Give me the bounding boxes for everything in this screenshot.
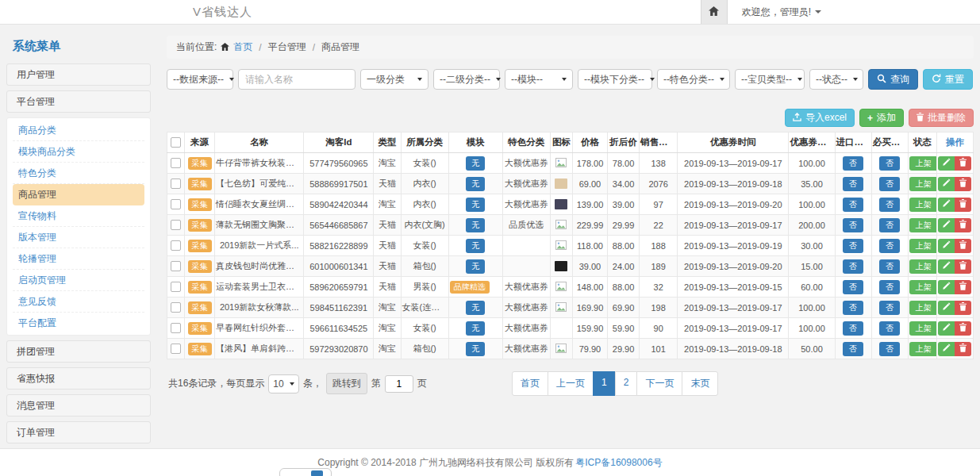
delete-button[interactable] <box>955 342 971 356</box>
sidebar-subitem-active[interactable]: 商品管理 <box>13 184 144 205</box>
must-buy-button[interactable]: 否 <box>879 259 900 274</box>
category-level1-filter-select[interactable]: 一级分类 <box>360 69 429 90</box>
row-checkbox[interactable] <box>171 220 181 230</box>
sidebar-group-item[interactable]: 省惠快报 <box>6 367 151 390</box>
must-buy-button[interactable]: 否 <box>879 177 900 191</box>
item-type-filter-select[interactable]: --宝贝类型-- <box>735 69 805 90</box>
pager-button-active[interactable]: 1 <box>593 371 616 396</box>
feature-category-filter-select[interactable]: --特色分类-- <box>657 69 730 90</box>
row-checkbox[interactable] <box>171 261 181 271</box>
import-optimal-button[interactable]: 否 <box>843 177 863 191</box>
per-page-select[interactable]: 10 <box>268 374 298 393</box>
row-checkbox[interactable] <box>171 282 181 292</box>
must-buy-button[interactable]: 否 <box>879 239 900 253</box>
icp-link[interactable]: 粤ICP备16098006号 <box>575 456 662 470</box>
import-optimal-button[interactable]: 否 <box>843 301 863 315</box>
status-button[interactable]: 上架 <box>909 156 937 171</box>
import-optimal-button[interactable]: 否 <box>843 239 863 253</box>
data-source-filter-select[interactable]: --数据来源-- <box>167 69 233 90</box>
edit-button[interactable] <box>938 177 955 191</box>
must-buy-button[interactable]: 否 <box>879 218 900 232</box>
edit-button[interactable] <box>938 301 955 315</box>
name-input[interactable] <box>238 69 355 90</box>
delete-button[interactable] <box>955 218 971 232</box>
sidebar-group-item[interactable]: 平台管理 <box>6 90 151 113</box>
edit-button[interactable] <box>938 218 955 232</box>
import-optimal-button[interactable]: 否 <box>843 218 863 232</box>
status-button[interactable]: 上架 <box>909 342 937 356</box>
sidebar-subitem[interactable]: 启动页管理 <box>13 270 144 291</box>
row-checkbox[interactable] <box>171 240 181 251</box>
sidebar-subitem[interactable]: 宣传物料 <box>13 205 144 227</box>
delete-button[interactable] <box>955 177 971 191</box>
status-button[interactable]: 上架 <box>909 177 937 191</box>
sidebar-subitem[interactable]: 轮播管理 <box>13 248 144 270</box>
delete-button[interactable] <box>955 198 971 212</box>
sidebar-subitem[interactable]: 意见反馈 <box>13 291 144 313</box>
pager-button[interactable]: 末页 <box>682 371 718 396</box>
must-buy-button[interactable]: 否 <box>879 342 900 356</box>
must-buy-button[interactable]: 否 <box>879 198 900 212</box>
sidebar-group-item[interactable]: 消息管理 <box>6 394 151 416</box>
pager-button[interactable]: 2 <box>615 371 638 396</box>
pager-button[interactable]: 首页 <box>512 371 548 396</box>
import-optimal-button[interactable]: 否 <box>843 342 863 356</box>
must-buy-button[interactable]: 否 <box>879 321 900 336</box>
pager-button[interactable]: 下一页 <box>636 371 682 396</box>
row-checkbox[interactable] <box>171 302 181 313</box>
row-checkbox[interactable] <box>171 158 181 168</box>
status-button[interactable]: 上架 <box>909 301 937 315</box>
add-button[interactable]: + 添加 <box>859 109 904 127</box>
edit-button[interactable] <box>938 198 955 212</box>
edit-button[interactable] <box>938 342 955 356</box>
sidebar-subitem[interactable]: 版本管理 <box>13 227 144 248</box>
edit-button[interactable] <box>938 280 955 294</box>
import-optimal-button[interactable]: 否 <box>843 259 863 274</box>
row-checkbox[interactable] <box>171 199 181 209</box>
import-optimal-button[interactable]: 否 <box>843 198 863 212</box>
delete-button[interactable] <box>955 259 971 274</box>
user-menu[interactable]: 欢迎您，管理员! <box>728 6 980 19</box>
sidebar-group-item[interactable]: 订单管理 <box>6 421 151 443</box>
category-level2-filter-select[interactable]: --二级分类-- <box>433 69 500 90</box>
edit-button[interactable] <box>938 259 955 274</box>
home-button[interactable] <box>701 0 728 24</box>
import-excel-button[interactable]: 导入excel <box>785 109 855 127</box>
sidebar-group-item[interactable]: 拼团管理 <box>6 340 151 363</box>
module-subcategory-filter-select[interactable]: --模块下分类-- <box>578 69 652 90</box>
batch-delete-button[interactable]: 批量删除 <box>909 109 974 127</box>
import-optimal-button[interactable]: 否 <box>843 156 863 171</box>
must-buy-button[interactable]: 否 <box>879 280 900 294</box>
module-filter-select[interactable]: --模块-- <box>505 69 573 90</box>
status-button[interactable]: 上架 <box>909 321 937 336</box>
must-buy-button[interactable]: 否 <box>879 301 900 315</box>
status-button[interactable]: 上架 <box>909 239 937 253</box>
sidebar-subitem[interactable]: 商品分类 <box>13 120 144 141</box>
reset-button[interactable]: 重置 <box>923 69 973 90</box>
import-optimal-button[interactable]: 否 <box>843 321 863 336</box>
edit-button[interactable] <box>938 321 955 336</box>
delete-button[interactable] <box>955 239 971 253</box>
select-all-checkbox[interactable] <box>171 137 181 148</box>
search-button[interactable]: 查询 <box>868 69 918 90</box>
delete-button[interactable] <box>955 321 971 336</box>
status-filter-select[interactable]: --状态-- <box>809 69 863 90</box>
sidebar-group-item[interactable]: 用户管理 <box>6 63 151 86</box>
delete-button[interactable] <box>955 280 971 294</box>
import-optimal-button[interactable]: 否 <box>843 280 863 294</box>
sidebar-subitem[interactable]: 模块商品分类 <box>13 141 144 163</box>
must-buy-button[interactable]: 否 <box>879 156 900 171</box>
row-checkbox[interactable] <box>171 323 181 333</box>
edit-button[interactable] <box>938 239 955 253</box>
delete-button[interactable] <box>955 156 971 171</box>
jump-button[interactable]: 跳转到 <box>326 373 367 394</box>
status-button[interactable]: 上架 <box>909 218 937 232</box>
status-button[interactable]: 上架 <box>909 259 937 274</box>
breadcrumb-home-link[interactable]: 首页 <box>233 40 252 54</box>
page-number-input[interactable] <box>385 375 413 393</box>
pager-button[interactable]: 上一页 <box>548 371 594 396</box>
status-button[interactable]: 上架 <box>909 280 937 294</box>
delete-button[interactable] <box>955 301 971 315</box>
edit-button[interactable] <box>938 156 955 171</box>
status-button[interactable]: 上架 <box>909 198 937 212</box>
